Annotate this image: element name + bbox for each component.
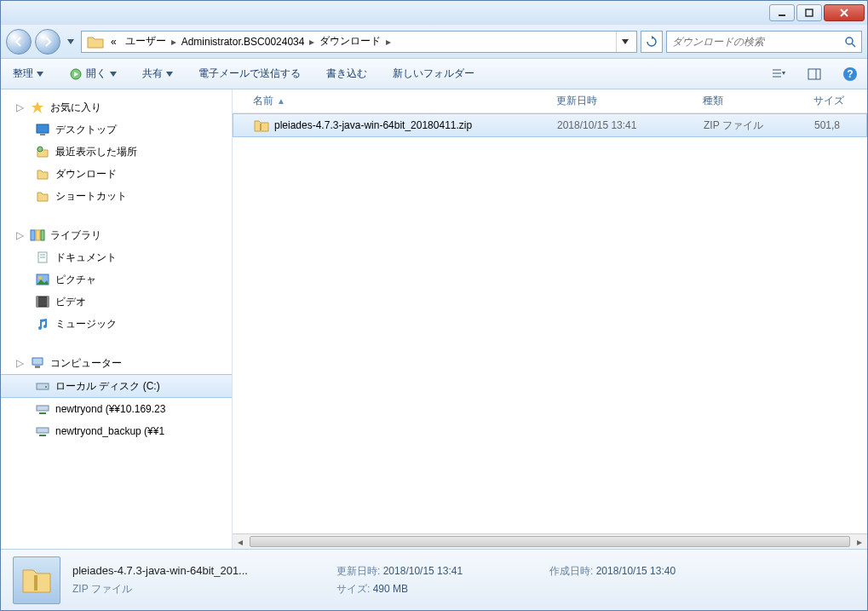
sidebar-item-documents[interactable]: ドキュメント: [1, 246, 232, 268]
favorites-header[interactable]: ▷お気に入り: [1, 96, 232, 118]
pictures-icon: [35, 272, 50, 287]
refresh-button[interactable]: [641, 31, 663, 53]
sidebar-item-label: ドキュメント: [55, 251, 117, 265]
svg-point-16: [37, 147, 43, 152]
scrollbar-thumb[interactable]: [250, 536, 850, 547]
computer-icon: [30, 355, 45, 371]
column-size[interactable]: サイズ: [805, 94, 867, 108]
svg-rect-29: [35, 366, 40, 368]
view-options-button[interactable]: [768, 64, 789, 84]
svg-rect-25: [37, 297, 49, 307]
share-label: 共有: [142, 66, 163, 81]
sidebar-item-network-drive[interactable]: newtryond_backup (¥¥1: [1, 420, 232, 442]
sidebar-item-recent[interactable]: 最近表示した場所: [1, 141, 232, 163]
file-row[interactable]: pleiades-4.7.3-java-win-64bit_20180411.z…: [233, 113, 867, 137]
column-type[interactable]: 種類: [694, 94, 805, 108]
navbar: « ユーザー ▸ Administrator.BSC0024034 ▸ ダウンロ…: [1, 25, 867, 59]
sidebar-item-shortcuts[interactable]: ショートカット: [1, 185, 232, 207]
address-bar[interactable]: « ユーザー ▸ Administrator.BSC0024034 ▸ ダウンロ…: [81, 31, 637, 53]
chevron-down-icon: [110, 72, 117, 77]
details-filename: pleiades-4.7.3-java-win-64bit_201...: [72, 564, 336, 579]
chevron-right-icon[interactable]: ▸: [171, 36, 176, 48]
column-label: 名前: [253, 95, 273, 107]
sidebar-item-network-drive[interactable]: newtryond (¥¥10.169.23: [1, 398, 232, 420]
explorer-window: « ユーザー ▸ Administrator.BSC0024034 ▸ ダウンロ…: [0, 0, 868, 611]
sidebar-item-label: ダウンロード: [55, 167, 117, 182]
zip-file-icon: [254, 118, 269, 132]
svg-line-5: [852, 43, 855, 47]
sidebar-item-label: ショートカット: [55, 189, 127, 204]
help-button[interactable]: ?: [840, 64, 860, 84]
modified-label: 更新日時:: [336, 565, 380, 577]
email-button[interactable]: 電子メールで送信する: [193, 63, 306, 84]
search-input[interactable]: [672, 36, 844, 48]
scroll-left-icon[interactable]: ◂: [233, 534, 248, 549]
organize-label: 整理: [13, 66, 33, 81]
expand-icon: ▷: [16, 229, 25, 241]
forward-button[interactable]: [35, 29, 60, 55]
sidebar-item-label: ローカル ディスク (C:): [55, 379, 160, 394]
svg-rect-30: [37, 383, 49, 389]
scroll-right-icon[interactable]: ▸: [852, 534, 867, 549]
svg-rect-26: [37, 297, 38, 307]
network-drive-icon: [35, 424, 50, 439]
chevron-right-icon[interactable]: ▸: [309, 36, 314, 48]
horizontal-scrollbar[interactable]: ◂ ▸: [233, 533, 867, 549]
svg-rect-28: [32, 358, 43, 365]
sidebar-item-label: ピクチャ: [55, 273, 96, 287]
sidebar-item-music[interactable]: ミュージック: [1, 313, 232, 335]
search-box[interactable]: [666, 31, 862, 53]
svg-rect-15: [40, 134, 45, 135]
file-date: 2018/10/15 13:41: [549, 119, 695, 131]
svg-point-4: [846, 37, 853, 44]
file-thumbnail: [13, 556, 60, 604]
maximize-button[interactable]: [796, 4, 822, 21]
svg-text:?: ?: [847, 68, 853, 80]
size-label: サイズ:: [336, 583, 370, 595]
music-icon: [35, 316, 50, 331]
computer-header[interactable]: ▷コンピューター: [1, 352, 232, 374]
address-dropdown[interactable]: [616, 32, 633, 52]
burn-button[interactable]: 書き込む: [321, 63, 372, 84]
chevron-right-icon[interactable]: ▸: [386, 36, 391, 48]
folder-icon: [35, 188, 50, 204]
svg-point-31: [45, 386, 47, 388]
breadcrumb[interactable]: ユーザー: [122, 32, 170, 50]
sidebar: ▷お気に入り デスクトップ 最近表示した場所 ダウンロード ショートカット ▷ラ…: [1, 89, 233, 549]
sidebar-item-local-disk[interactable]: ローカル ディスク (C:): [1, 374, 232, 398]
open-menu[interactable]: 開く: [64, 63, 122, 84]
sidebar-item-downloads[interactable]: ダウンロード: [1, 163, 232, 185]
svg-rect-35: [34, 575, 37, 591]
videos-icon: [35, 294, 50, 309]
file-list[interactable]: pleiades-4.7.3-java-win-64bit_20180411.z…: [233, 113, 867, 533]
close-button[interactable]: [824, 4, 865, 21]
svg-rect-1: [806, 9, 813, 16]
drive-icon: [35, 378, 50, 394]
sidebar-item-videos[interactable]: ビデオ: [1, 291, 232, 313]
breadcrumb[interactable]: ダウンロード: [316, 32, 384, 50]
column-name[interactable]: 名前▲: [233, 94, 548, 108]
sidebar-item-label: newtryond_backup (¥¥1: [55, 425, 164, 437]
sidebar-item-label: デスクトップ: [55, 123, 117, 137]
sidebar-item-label: 最近表示した場所: [55, 145, 137, 159]
libraries-header[interactable]: ▷ライブラリ: [1, 224, 232, 246]
expand-icon: ▷: [16, 101, 25, 113]
column-date[interactable]: 更新日時: [548, 94, 694, 108]
sidebar-item-pictures[interactable]: ピクチャ: [1, 268, 232, 291]
history-dropdown[interactable]: [64, 33, 78, 50]
organize-menu[interactable]: 整理: [8, 63, 49, 84]
sidebar-item-desktop[interactable]: デスクトップ: [1, 118, 232, 141]
breadcrumb[interactable]: Administrator.BSC0024034: [178, 34, 308, 49]
share-menu[interactable]: 共有: [137, 63, 178, 84]
svg-point-24: [38, 276, 42, 280]
preview-pane-button[interactable]: [804, 64, 825, 84]
new-folder-button[interactable]: 新しいフォルダー: [388, 63, 480, 84]
computer-label: コンピューター: [50, 356, 122, 371]
back-button[interactable]: [6, 29, 32, 55]
minimize-button[interactable]: [769, 4, 795, 21]
desktop-icon: [35, 122, 50, 137]
sidebar-item-label: ミュージック: [55, 317, 117, 331]
search-icon[interactable]: [844, 36, 856, 48]
open-label: 開く: [86, 66, 106, 81]
body: ▷お気に入り デスクトップ 最近表示した場所 ダウンロード ショートカット ▷ラ…: [1, 89, 867, 549]
